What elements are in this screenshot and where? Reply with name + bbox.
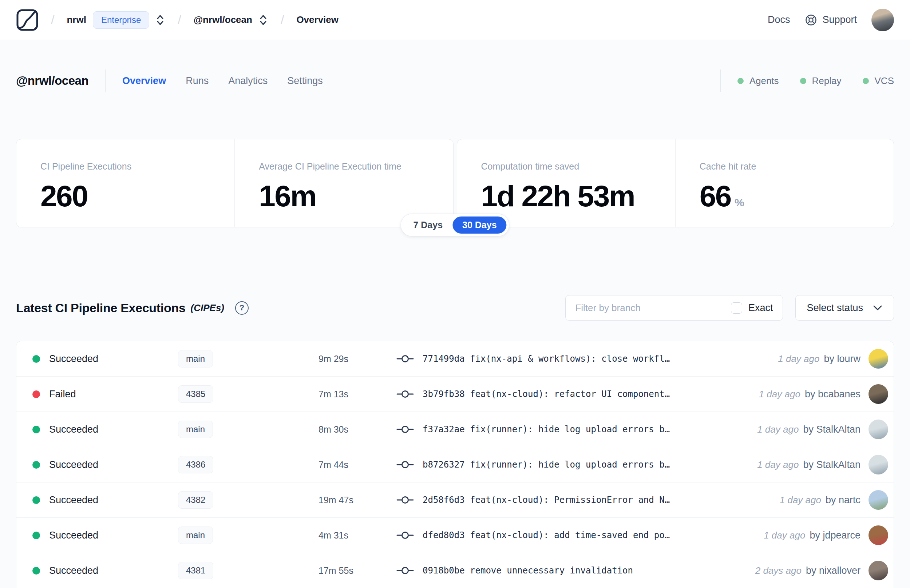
breadcrumb-workspace[interactable]: @nrwl/ocean	[194, 14, 252, 26]
row-meta: 2 days ago by nixallover	[755, 561, 894, 580]
row-status: Succeeded	[49, 530, 178, 541]
git-commit-icon	[396, 424, 414, 435]
author-avatar[interactable]	[868, 561, 888, 580]
branch-badge[interactable]: main	[178, 421, 213, 438]
nx-cloud-logo-icon[interactable]	[16, 9, 39, 31]
row-branch-col: main	[178, 421, 318, 438]
branch-filter-input[interactable]	[566, 296, 720, 320]
cipe-table-row[interactable]: Succeeded 4386 7m 44s b8726327 fix(runne…	[16, 447, 894, 483]
date-range-toggle: 7 Days 30 Days	[401, 213, 509, 236]
cipe-table-row[interactable]: Succeeded main 4m 31s dfed80d3 feat(nx-c…	[16, 518, 894, 553]
enterprise-badge: Enterprise	[93, 11, 149, 29]
commit-message: 0918b0be remove unnecessary invalidation	[423, 565, 748, 576]
integration-vcs[interactable]: VCS	[863, 75, 894, 87]
row-branch-col: 4382	[178, 491, 318, 509]
stat-card-left: CI Pipeline Executions 260 Average CI Pi…	[16, 139, 454, 228]
row-status: Succeeded	[49, 459, 178, 470]
author-avatar[interactable]	[868, 384, 888, 404]
row-meta: 1 day ago by StalkAltan	[757, 420, 894, 439]
row-author: by lourw	[824, 353, 860, 365]
row-time-ago: 1 day ago	[778, 353, 819, 365]
status-dot-icon	[32, 496, 40, 504]
branch-badge[interactable]: 4381	[178, 562, 213, 579]
tab-analytics[interactable]: Analytics	[228, 75, 268, 87]
stat-label: Cache hit rate	[700, 161, 894, 172]
row-meta: 1 day ago by bcabanes	[759, 384, 894, 404]
author-avatar[interactable]	[868, 490, 888, 510]
commit-message: 2d58f6d3 feat(nx-cloud): PermissionError…	[423, 495, 773, 505]
tab-overview[interactable]: Overview	[122, 75, 166, 87]
row-meta: 1 day ago by nartc	[780, 490, 894, 510]
workspace-title: @nrwl/ocean	[16, 74, 89, 88]
divider	[105, 69, 105, 92]
author-avatar[interactable]	[868, 455, 888, 475]
row-status: Succeeded	[49, 565, 178, 577]
branch-badge[interactable]: 4385	[178, 385, 213, 403]
breadcrumb-page: Overview	[296, 14, 338, 26]
row-branch-col: 4381	[178, 562, 318, 579]
exact-checkbox[interactable]	[731, 302, 742, 313]
integration-label: Agents	[750, 75, 779, 87]
cipe-table-row[interactable]: Succeeded 4382 19m 47s 2d58f6d3 feat(nx-…	[16, 483, 894, 518]
status-dot-green-icon	[737, 78, 744, 84]
status-select-dropdown[interactable]: Select status	[795, 295, 894, 321]
row-duration: 19m 47s	[318, 495, 396, 506]
integration-agents[interactable]: Agents	[737, 75, 779, 87]
integration-replay[interactable]: Replay	[800, 75, 842, 87]
row-duration: 4m 31s	[318, 530, 396, 541]
stat-unit: %	[735, 197, 744, 208]
row-time-ago: 1 day ago	[757, 459, 798, 470]
row-duration: 7m 44s	[318, 460, 396, 470]
row-author: by nixallover	[806, 565, 860, 577]
git-commit-icon	[396, 530, 414, 541]
branch-badge[interactable]: main	[178, 527, 213, 544]
row-duration: 17m 55s	[318, 565, 396, 576]
git-commit-icon	[396, 353, 414, 364]
cipe-table-row[interactable]: Failed 4385 7m 13s 3b79fb38 feat(nx-clou…	[16, 376, 894, 412]
tab-settings[interactable]: Settings	[287, 75, 323, 87]
breadcrumb-separator: /	[178, 13, 181, 27]
cipe-section-header: Latest CI Pipeline Executions (CIPEs) ? …	[16, 295, 894, 321]
git-commit-icon	[396, 565, 414, 576]
row-status: Succeeded	[49, 424, 178, 435]
row-meta: 1 day ago by jdpearce	[764, 525, 894, 545]
org-switcher-chevron-updown-icon[interactable]	[155, 13, 165, 27]
docs-link[interactable]: Docs	[768, 14, 790, 26]
branch-filter-group: Exact	[565, 295, 783, 321]
help-icon[interactable]: ?	[235, 301, 249, 315]
author-avatar[interactable]	[868, 420, 888, 439]
cipe-table-row[interactable]: Succeeded 4381 17m 55s 0918b0be remove u…	[16, 553, 894, 588]
stat-cache-hit-rate: Cache hit rate 66%	[676, 139, 894, 227]
life-buoy-icon	[805, 13, 818, 27]
row-duration: 8m 30s	[318, 424, 396, 435]
workspace-switcher-chevron-updown-icon[interactable]	[258, 13, 268, 27]
commit-message: b8726327 fix(runner): hide log upload er…	[423, 460, 750, 470]
support-link[interactable]: Support	[805, 13, 857, 27]
breadcrumb-org[interactable]: nrwl	[66, 14, 86, 26]
status-dot-icon	[32, 461, 40, 468]
row-author: by bcabanes	[805, 389, 860, 400]
branch-badge[interactable]: main	[178, 350, 213, 367]
breadcrumb-separator: /	[51, 13, 54, 27]
stat-label: Average CI Pipeline Execution time	[259, 161, 453, 172]
status-dot-green-icon	[863, 78, 869, 84]
row-status: Failed	[49, 389, 178, 400]
branch-badge[interactable]: 4386	[178, 456, 213, 473]
branch-badge[interactable]: 4382	[178, 491, 213, 509]
toggle-7-days[interactable]: 7 Days	[403, 216, 453, 234]
user-avatar[interactable]	[871, 9, 894, 31]
row-branch-col: 4386	[178, 456, 318, 473]
stat-ci-pipeline-executions: CI Pipeline Executions 260	[16, 139, 235, 227]
toggle-30-days[interactable]: 30 Days	[453, 216, 507, 234]
cipe-table-row[interactable]: Succeeded main 9m 29s 771499da fix(nx-ap…	[16, 341, 894, 376]
cipe-table: Succeeded main 9m 29s 771499da fix(nx-ap…	[16, 341, 894, 588]
author-avatar[interactable]	[868, 525, 888, 545]
author-avatar[interactable]	[868, 349, 888, 368]
git-commit-icon	[396, 494, 414, 506]
status-dot-icon	[32, 355, 40, 363]
cipe-table-row[interactable]: Succeeded main 8m 30s f37a32ae fix(runne…	[16, 412, 894, 447]
row-status: Succeeded	[49, 494, 178, 506]
integration-label: Replay	[812, 75, 842, 87]
status-select-label: Select status	[807, 302, 863, 313]
tab-runs[interactable]: Runs	[186, 75, 209, 87]
